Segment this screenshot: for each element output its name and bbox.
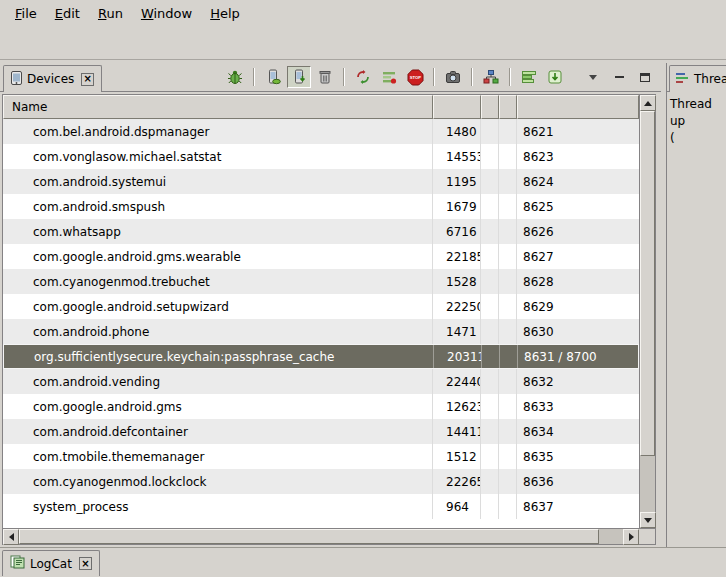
cause-gc-icon[interactable] xyxy=(313,66,337,88)
column-header-pid[interactable] xyxy=(433,95,481,119)
process-row[interactable]: com.bel.android.dspmanager 1480 8621 xyxy=(3,119,639,144)
empty-cell xyxy=(499,169,517,194)
process-row[interactable]: com.vonglasow.michael.satstat 14553 8623 xyxy=(3,144,639,169)
empty-cell xyxy=(499,244,517,269)
horizontal-scrollbar[interactable] xyxy=(3,529,639,544)
horizontal-scroll-track[interactable] xyxy=(19,529,623,544)
scroll-right-icon[interactable] xyxy=(623,529,639,545)
process-row[interactable]: com.google.android.gms.wearable 22185 86… xyxy=(3,244,639,269)
process-row[interactable]: com.android.defcontainer 14411 8634 xyxy=(3,419,639,444)
empty-cell xyxy=(481,244,499,269)
scroll-left-icon[interactable] xyxy=(3,529,19,545)
tab-threads[interactable]: Threa xyxy=(669,65,726,92)
close-icon[interactable]: × xyxy=(79,557,92,570)
column-header-empty[interactable] xyxy=(481,95,499,119)
process-name: org.sufficientlysecure.keychain:passphra… xyxy=(4,345,434,368)
column-header-port[interactable] xyxy=(517,95,639,119)
horizontal-scroll-thumb[interactable] xyxy=(19,529,599,544)
empty-cell xyxy=(499,269,517,294)
process-pid: 1195 xyxy=(433,169,481,194)
menu-window[interactable]: Window xyxy=(132,3,201,24)
process-name: com.bel.android.dspmanager xyxy=(3,119,433,144)
process-port: 8637 xyxy=(517,494,639,519)
scrollbar-corner xyxy=(639,529,655,544)
empty-cell xyxy=(481,419,499,444)
column-header-empty[interactable] xyxy=(499,95,517,119)
process-pid: 12623 xyxy=(433,394,481,419)
process-pid: 1679 xyxy=(433,194,481,219)
devices-view: Devices × xyxy=(0,63,661,547)
view-menu-icon[interactable] xyxy=(581,66,605,88)
debug-process-icon[interactable] xyxy=(223,66,247,88)
process-pid: 6716 xyxy=(433,219,481,244)
empty-cell xyxy=(481,219,499,244)
stop-process-icon[interactable]: STOP xyxy=(403,66,427,88)
process-port: 8624 xyxy=(517,169,639,194)
maximize-icon[interactable] xyxy=(633,66,657,88)
empty-cell xyxy=(499,444,517,469)
process-name: com.cyanogenmod.lockclock xyxy=(3,469,433,494)
process-row[interactable]: com.android.systemui 1195 8624 xyxy=(3,169,639,194)
threads-icon xyxy=(675,71,689,88)
process-pid: 1528 xyxy=(433,269,481,294)
vertical-scrollbar[interactable] xyxy=(639,95,655,528)
process-pid: 14553 xyxy=(433,144,481,169)
process-row[interactable]: com.android.vending 22440 8632 xyxy=(3,369,639,394)
process-row[interactable]: com.google.android.setupwizard 22250 862… xyxy=(3,294,639,319)
process-port: 8634 xyxy=(517,419,639,444)
process-name: com.android.defcontainer xyxy=(3,419,433,444)
vertical-scroll-track[interactable] xyxy=(640,111,655,512)
process-row[interactable]: com.cyanogenmod.lockclock 22265 8636 xyxy=(3,469,639,494)
process-port: 8626 xyxy=(517,219,639,244)
process-pid: 22265 xyxy=(433,469,481,494)
screen-capture-icon[interactable] xyxy=(441,66,465,88)
device-phone-icon xyxy=(11,71,22,88)
process-row[interactable]: org.sufficientlysecure.keychain:passphra… xyxy=(3,344,639,369)
process-row[interactable]: com.tmobile.thememanager 1512 8635 xyxy=(3,444,639,469)
process-name: com.android.smspush xyxy=(3,194,433,219)
menu-edit[interactable]: Edit xyxy=(46,3,89,24)
tab-logcat[interactable]: LogCat × xyxy=(2,550,100,576)
scroll-down-icon[interactable] xyxy=(640,512,656,528)
process-pid: 20311 xyxy=(434,345,482,368)
menu-help[interactable]: Help xyxy=(201,3,249,24)
process-row[interactable]: com.android.phone 1471 8630 xyxy=(3,319,639,344)
process-name: com.whatsapp xyxy=(3,219,433,244)
empty-cell xyxy=(499,469,517,494)
process-row[interactable]: com.google.android.gms 12623 8633 xyxy=(3,394,639,419)
process-pid: 22440 xyxy=(433,369,481,394)
empty-cell xyxy=(499,319,517,344)
empty-cell xyxy=(481,319,499,344)
vertical-scroll-thumb[interactable] xyxy=(640,111,655,456)
process-port: 8632 xyxy=(517,369,639,394)
process-name: com.vonglasow.michael.satstat xyxy=(3,144,433,169)
empty-cell xyxy=(481,394,499,419)
menu-file[interactable]: File xyxy=(6,3,46,24)
process-pid: 22185 xyxy=(433,244,481,269)
scroll-up-icon[interactable] xyxy=(640,95,656,111)
toolbar-separator xyxy=(253,68,255,86)
process-row[interactable]: com.cyanogenmod.trebuchet 1528 8628 xyxy=(3,269,639,294)
process-row[interactable]: com.whatsapp 6716 8626 xyxy=(3,219,639,244)
update-heap-icon[interactable] xyxy=(261,66,285,88)
systrace-icon[interactable] xyxy=(517,66,541,88)
menu-run[interactable]: Run xyxy=(89,3,132,24)
process-pid: 964 xyxy=(433,494,481,519)
empty-cell xyxy=(481,369,499,394)
process-pid: 14411 xyxy=(433,419,481,444)
start-method-profiling-icon[interactable] xyxy=(377,66,401,88)
hierarchy-view-icon[interactable] xyxy=(479,66,503,88)
dump-hprof-icon[interactable] xyxy=(287,66,311,88)
process-pid: 1512 xyxy=(433,444,481,469)
opengl-trace-icon[interactable] xyxy=(543,66,567,88)
update-threads-icon[interactable] xyxy=(351,66,375,88)
column-header-name[interactable]: Name xyxy=(3,95,433,119)
process-row[interactable]: com.android.smspush 1679 8625 xyxy=(3,194,639,219)
process-port: 8636 xyxy=(517,469,639,494)
tab-devices[interactable]: Devices × xyxy=(3,65,102,92)
bottom-bar: LogCat × xyxy=(0,547,726,577)
empty-cell xyxy=(481,119,499,144)
process-row[interactable]: system_process 964 8637 xyxy=(3,494,639,519)
minimize-icon[interactable] xyxy=(607,66,631,88)
close-icon[interactable]: × xyxy=(81,73,94,86)
